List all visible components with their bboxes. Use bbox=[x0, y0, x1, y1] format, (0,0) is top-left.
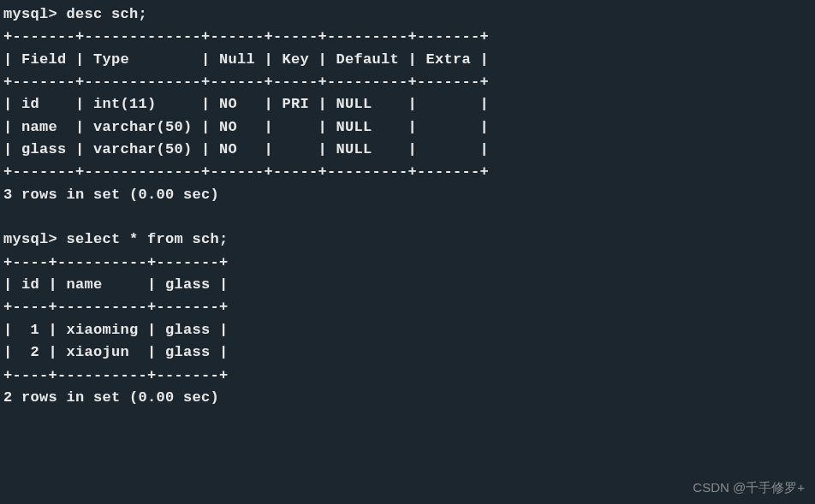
table-border: +-------+-------------+------+-----+----… bbox=[3, 28, 489, 44]
table-row: | 1 | xiaoming | glass | bbox=[3, 322, 229, 338]
table-border: +-------+-------------+------+-----+----… bbox=[3, 163, 489, 180]
table-header: | id | name | glass | bbox=[3, 276, 229, 293]
prompt: mysql> bbox=[3, 231, 57, 247]
table-header: | Field | Type | Null | Key | Default | … bbox=[3, 51, 489, 68]
table-border: +-------+-------------+------+-----+----… bbox=[3, 74, 489, 90]
prompt: mysql> bbox=[3, 6, 57, 22]
result-summary: 2 rows in set (0.00 sec) bbox=[3, 389, 219, 406]
table-border: +----+----------+-------+ bbox=[3, 254, 229, 270]
table-row: | name | varchar(50) | NO | | NULL | | bbox=[3, 119, 489, 135]
table-border: +----+----------+-------+ bbox=[3, 299, 229, 315]
table-row: | glass | varchar(50) | NO | | NULL | | bbox=[3, 141, 489, 157]
result-summary: 3 rows in set (0.00 sec) bbox=[3, 187, 219, 203]
terminal-output: mysql> desc sch; +-------+-------------+… bbox=[3, 3, 812, 409]
command-select: select * from sch; bbox=[67, 231, 229, 247]
table-row: | 2 | xiaojun | glass | bbox=[3, 344, 229, 360]
table-row: | id | int(11) | NO | PRI | NULL | | bbox=[3, 96, 489, 112]
table-border: +----+----------+-------+ bbox=[3, 367, 229, 383]
watermark: CSDN @千手修罗+ bbox=[693, 477, 805, 497]
command-desc: desc sch; bbox=[67, 6, 148, 22]
